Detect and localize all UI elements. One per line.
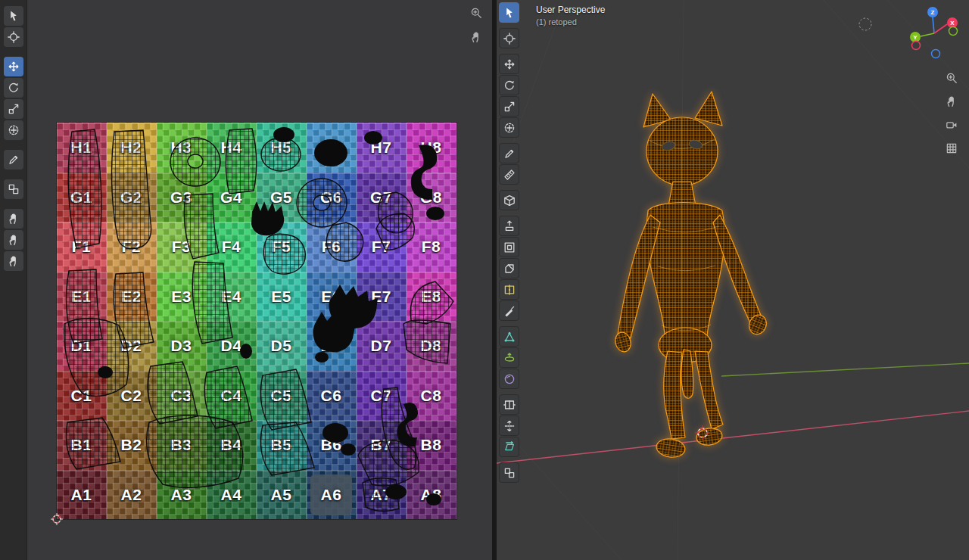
transform-icon (8, 124, 20, 136)
axis-y-line (721, 363, 969, 376)
rip-region-tool-button[interactable] (499, 462, 519, 483)
transform-tool-button[interactable] (4, 120, 23, 140)
cursor-icon (503, 33, 516, 45)
shrink-icon (503, 420, 516, 432)
tweak-icon (503, 7, 516, 19)
view-pan-button[interactable] (943, 93, 960, 110)
viewport-header: User Perspective (1) retoped (536, 5, 605, 26)
cursor-tool-button[interactable] (499, 28, 519, 48)
transform-icon (503, 122, 516, 134)
uv-zoom-button[interactable] (468, 5, 484, 21)
smooth-icon (503, 373, 516, 385)
move-tool-button[interactable] (499, 54, 519, 74)
rotate-tool-button[interactable] (4, 78, 23, 98)
viewport-scene[interactable] (497, 0, 969, 560)
move-icon (8, 61, 20, 73)
rotate-icon (503, 79, 516, 92)
loop-cut-tool-button[interactable] (499, 279, 519, 300)
shear-tool-button[interactable] (499, 437, 519, 457)
inset-faces-tool-button[interactable] (499, 237, 519, 257)
gizmo-axis-y-neg-ball[interactable] (949, 27, 958, 36)
hand-icon (470, 31, 482, 43)
bevel-icon (503, 263, 516, 275)
rip-region-tool-button[interactable] (4, 179, 23, 199)
smooth-tool-button[interactable] (499, 369, 519, 389)
camera-icon (946, 119, 958, 131)
inset-icon (503, 241, 516, 254)
grid-icon (946, 142, 958, 154)
annotate-icon (8, 154, 20, 166)
spin-tool-button[interactable] (499, 347, 519, 368)
rip-icon (503, 467, 516, 479)
active-object-label: (1) retoped (536, 17, 605, 26)
knife-tool-button[interactable] (499, 300, 519, 321)
viewport-toolbar (499, 2, 519, 484)
relax-tool-button[interactable] (4, 230, 23, 250)
camera-view-button[interactable] (943, 117, 960, 133)
tweak-tool-button[interactable] (499, 2, 519, 23)
perspective-label: User Perspective (536, 5, 605, 15)
hand-icon (8, 213, 20, 225)
gizmo-axis-z-neg-ball[interactable] (932, 50, 940, 58)
gizmo-axis-y-label: Y (913, 34, 918, 41)
knife-icon (503, 305, 516, 317)
shear-icon (503, 441, 516, 453)
viewport-side-controls (943, 70, 960, 157)
gizmo-axis-x-neg-ball[interactable] (912, 42, 921, 50)
loop-cut-icon (503, 284, 516, 296)
spin-icon (503, 352, 516, 364)
poly-build-icon (503, 331, 516, 343)
annotate-tool-button[interactable] (4, 150, 23, 170)
uv-2d-cursor[interactable] (50, 512, 64, 526)
extrude-icon (503, 220, 516, 232)
uv-view-controls (468, 5, 484, 45)
shrink-fatten-tool-button[interactable] (499, 415, 519, 436)
move-icon (503, 58, 516, 70)
scale-tool-button[interactable] (4, 99, 23, 119)
uv-editor-pane: H1H2H3H4H5H6H7H8G1G2G3G4G5G6G7G8F1F2F3F4… (0, 0, 492, 560)
move-tool-button[interactable] (4, 57, 23, 76)
scale-icon (8, 103, 20, 115)
bevel-tool-button[interactable] (499, 258, 519, 278)
measure-tool-button[interactable] (499, 164, 519, 185)
hand-icon (8, 234, 20, 246)
cursor-tool-button[interactable] (4, 27, 23, 47)
annotate-tool-button[interactable] (499, 143, 519, 163)
uv-test-grid-image: H1H2H3H4H5H6H7H8G1G2G3G4G5G6G7G8F1F2F3F4… (57, 123, 456, 519)
gizmo-axis-z-label: Z (931, 9, 935, 16)
rotate-icon (8, 82, 20, 94)
pinch-tool-button[interactable] (4, 251, 23, 271)
add-cube-tool-button[interactable] (499, 190, 519, 210)
zoom-icon (946, 72, 958, 84)
hand-icon (946, 95, 958, 107)
axis-x-line (497, 411, 969, 463)
uv-editor-canvas[interactable]: H1H2H3H4H5H6H7H8G1G2G3G4G5G6G7G8F1F2F3F4… (27, 0, 492, 560)
empty-object-indicator[interactable] (859, 18, 871, 30)
tweak-tool-button[interactable] (4, 6, 23, 26)
uv-pan-button[interactable] (468, 29, 484, 45)
measure-icon (503, 169, 516, 181)
grab-tool-button[interactable] (4, 209, 23, 229)
uv-islands-overlay[interactable] (57, 123, 456, 519)
tweak-icon (8, 10, 20, 22)
edge-slide-icon (503, 399, 516, 411)
navigation-gizmo[interactable]: X Y Z (904, 3, 964, 64)
poly-build-tool-button[interactable] (499, 326, 519, 347)
uv-island-group[interactable] (64, 129, 453, 512)
rotate-tool-button[interactable] (499, 75, 519, 95)
hand-icon (8, 255, 20, 267)
blender-window: H1H2H3H4H5H6H7H8G1G2G3G4G5G6G7G8F1F2F3F4… (0, 0, 969, 560)
scale-icon (503, 101, 516, 113)
edge-slide-tool-button[interactable] (499, 394, 519, 415)
transform-tool-button[interactable] (499, 117, 519, 138)
gizmo-axis-x-label: X (950, 20, 955, 26)
ortho-toggle-button[interactable] (943, 140, 960, 157)
annotate-icon (503, 148, 516, 160)
view-zoom-button[interactable] (943, 70, 960, 86)
add-cube-icon (503, 194, 516, 207)
rip-icon (8, 183, 20, 195)
scale-tool-button[interactable] (499, 96, 519, 117)
cursor-icon (8, 31, 20, 43)
uv-editor-toolbar (0, 0, 27, 560)
extrude-region-tool-button[interactable] (499, 216, 519, 236)
